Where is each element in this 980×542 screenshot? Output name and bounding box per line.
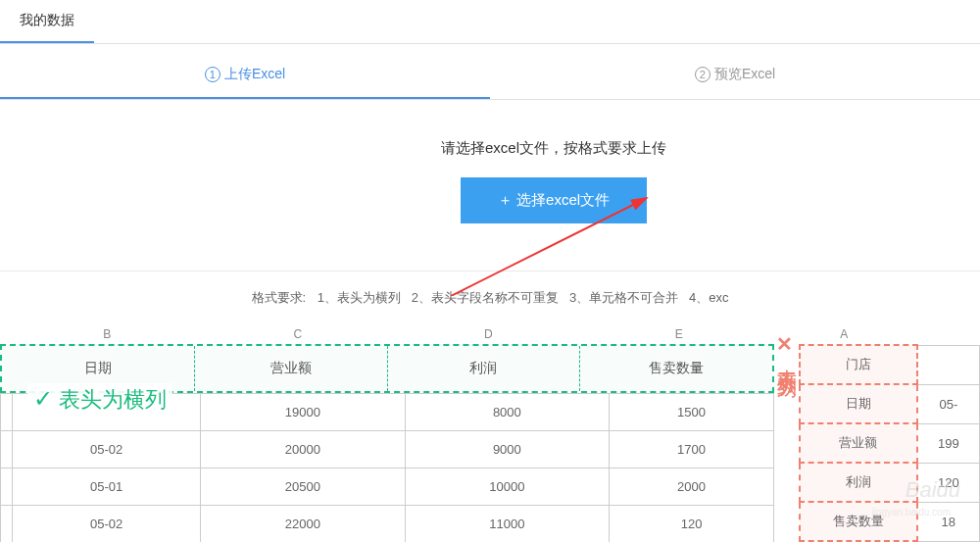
svg-line-1 <box>451 198 647 296</box>
good-label-text: 表头为横列 <box>59 387 167 412</box>
table-row: 售卖数量18 <box>800 502 980 541</box>
cell: 05-02 <box>13 431 201 468</box>
step2-label: 预览Excel <box>714 66 775 81</box>
format-rule: 1、表头为横列 <box>318 290 401 305</box>
cell: 1500 <box>610 394 774 431</box>
format-rule: 4、exc <box>689 290 728 305</box>
step-upload[interactable]: 1上传Excel <box>0 52 490 99</box>
header-cell: 售卖数量 <box>580 346 772 391</box>
upload-area: 请选择excel文件，按格式要求上传 ＋ 选择excel文件 <box>0 100 980 253</box>
header-cell: 营业额 <box>195 346 388 391</box>
cell: 120 <box>610 506 774 543</box>
check-icon: ✓ <box>33 385 53 412</box>
step1-label: 上传Excel <box>224 66 285 81</box>
table-row: 05-022000090001700 <box>1 431 774 468</box>
col-letter: B <box>12 324 203 344</box>
cell: 11000 <box>405 506 609 543</box>
step-preview[interactable]: 2预览Excel <box>490 52 980 99</box>
cell: 199 <box>917 423 980 463</box>
table-row: 利润120 <box>800 463 980 502</box>
cell: 18 <box>917 502 980 541</box>
cell: 1700 <box>610 431 774 468</box>
good-example-table: B C D E 日期 营业额 利润 售卖数量 1900080001500 05-… <box>0 324 774 542</box>
column-letters: A <box>799 324 980 344</box>
format-label: 格式要求: <box>252 290 307 305</box>
header-cell: 营业额 <box>800 423 917 463</box>
bad-example-label: 表头不可纵列 <box>774 354 801 366</box>
cell: 20000 <box>201 431 405 468</box>
step-tabs: 1上传Excel 2预览Excel <box>0 52 980 100</box>
cell <box>917 345 980 384</box>
bad-data-rows: 门店 日期05- 营业额199 利润120 售卖数量18 <box>799 344 980 542</box>
cell: 05-01 <box>13 468 201 506</box>
upload-instruction: 请选择excel文件，按格式要求上传 <box>127 139 980 158</box>
cell: 9000 <box>405 431 609 468</box>
table-row: 门店 <box>800 345 980 384</box>
cell: 120 <box>917 463 980 502</box>
table-row: 日期05- <box>800 384 980 423</box>
cell: 05- <box>917 384 980 423</box>
good-example-label: ✓表头为横列 <box>27 383 172 417</box>
step1-number-icon: 1 <box>205 67 220 82</box>
example-tables: B C D E 日期 营业额 利润 售卖数量 1900080001500 05-… <box>0 324 980 542</box>
col-letter: A <box>799 324 890 344</box>
bad-example-table: ✕ 表头不可纵列 A 门店 日期05- 营业额199 利润120 售卖数量18 <box>774 324 980 542</box>
header-cell: 利润 <box>800 463 917 502</box>
x-icon: ✕ <box>776 332 793 356</box>
cell: 05-02 <box>13 506 201 543</box>
step2-number-icon: 2 <box>695 67 710 82</box>
table-row: 05-022200011000120 <box>1 506 774 543</box>
table-row: 营业额199 <box>800 423 980 463</box>
col-letter: D <box>393 324 584 344</box>
cell: 10000 <box>405 468 609 506</box>
header-cell: 门店 <box>800 345 917 384</box>
column-letters: B C D E <box>0 324 774 344</box>
col-letter <box>890 324 981 344</box>
header-cell: 日期 <box>800 384 917 423</box>
header-tabs: 我的数据 <box>0 0 980 44</box>
cell: 8000 <box>405 394 609 431</box>
cell: 22000 <box>201 506 405 543</box>
cell: 19000 <box>201 394 405 431</box>
tab-mydata[interactable]: 我的数据 <box>0 0 94 43</box>
col-letter: E <box>584 324 775 344</box>
header-cell: 售卖数量 <box>800 502 917 541</box>
cell: 2000 <box>610 468 774 506</box>
col-letter: C <box>203 324 394 344</box>
cell: 20500 <box>201 468 405 506</box>
header-cell: 利润 <box>388 346 581 391</box>
table-row: 05-0120500100002000 <box>1 468 774 506</box>
arrow-annotation-icon <box>451 178 666 296</box>
